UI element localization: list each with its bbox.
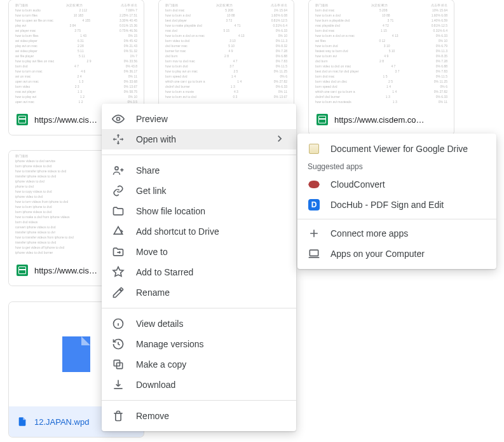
submenu-label: Connect more apps — [330, 228, 408, 238]
submenu-section-label: Suggested apps — [297, 159, 496, 174]
cloudconvert-icon — [308, 178, 320, 191]
file-thumbnail: 新门漫画决定权 断力点击率 排名 burn dvd mac5 2081% 15.… — [159, 0, 294, 104]
open-with-icon — [112, 133, 125, 146]
menu-label: Get link — [136, 186, 286, 196]
menu-label: View details — [136, 319, 286, 329]
context-menu: Preview Open with Share Get link Show fi… — [102, 104, 296, 431]
svg-point-1 — [115, 167, 118, 170]
history-icon — [112, 338, 125, 350]
pencil-icon — [112, 286, 125, 299]
menu-label: Share — [136, 165, 286, 176]
menu-item-starred[interactable]: Add to Starred — [102, 262, 296, 282]
spreadsheet-preview: 新门漫画决定权 断力点击率 排名 burn dvd mac5 2081% 15.… — [159, 0, 294, 104]
menu-label: Remove — [136, 411, 286, 421]
file-thumbnail: 新门漫画决定权 断力点击率 排名 burn dvd mac5 20810% 15… — [309, 0, 454, 104]
spreadsheet-preview: 新门漫画决定权 断力点击率 排名 how to burn audio2 1127… — [9, 0, 144, 104]
info-icon — [112, 317, 125, 330]
submenu-divider — [297, 219, 496, 219]
menu-item-get-link[interactable]: Get link — [102, 181, 296, 201]
menu-item-rename[interactable]: Rename — [102, 282, 296, 303]
svg-rect-5 — [310, 250, 318, 256]
open-with-submenu: Document Viewer for Google Drive Suggest… — [297, 134, 496, 269]
chevron-right-icon — [273, 132, 286, 147]
menu-item-remove[interactable]: Remove — [102, 406, 296, 426]
menu-item-download[interactable]: Download — [102, 375, 296, 395]
menu-label: Add shortcut to Drive — [136, 226, 286, 237]
file-footer: https://www.cisdem.co… — [309, 104, 454, 135]
submenu-item-doc-viewer[interactable]: Document Viewer for Google Drive — [297, 139, 496, 159]
menu-item-manage-versions[interactable]: Manage versions — [102, 334, 296, 354]
move-folder-icon — [112, 245, 125, 258]
submenu-item-dochub[interactable]: D DocHub - PDF Sign and Edit — [297, 195, 496, 215]
menu-label: Move to — [136, 247, 286, 257]
menu-label: Rename — [136, 287, 286, 298]
submenu-label: DocHub - PDF Sign and Edit — [330, 200, 444, 210]
copy-icon — [112, 358, 125, 371]
sheets-icon — [317, 114, 328, 125]
star-icon — [112, 266, 125, 279]
menu-label: Download — [136, 380, 286, 390]
download-icon — [112, 378, 125, 391]
menu-item-preview[interactable]: Preview — [102, 109, 296, 129]
submenu-label: CloudConvert — [330, 179, 385, 190]
document-icon — [62, 336, 90, 372]
folder-icon — [112, 205, 125, 218]
file-name-label: https://www.cisdem.co… — [334, 115, 446, 125]
submenu-label: Apps on your Computer — [330, 249, 425, 259]
link-icon — [112, 184, 125, 197]
menu-item-open-with[interactable]: Open with — [102, 129, 296, 149]
file-icon — [17, 416, 28, 427]
menu-label: Manage versions — [136, 339, 286, 349]
drive-shortcut-icon — [112, 225, 125, 238]
menu-item-move-to[interactable]: Move to — [102, 242, 296, 262]
menu-item-view-details[interactable]: View details — [102, 314, 296, 334]
menu-item-add-shortcut[interactable]: Add shortcut to Drive — [102, 221, 296, 242]
file-name-label: 12.JAPAN.wpd — [34, 417, 89, 427]
file-tile[interactable]: 新门漫画决定权 断力点击率 排名 burn dvd mac5 20810% 15… — [309, 0, 454, 135]
menu-divider — [102, 400, 296, 401]
sheets-icon — [17, 114, 28, 125]
menu-divider — [102, 155, 296, 155]
submenu-item-connect-more[interactable]: Connect more apps — [297, 223, 496, 244]
menu-item-location[interactable]: Show file location — [102, 201, 296, 221]
submenu-item-cloudconvert[interactable]: CloudConvert — [297, 174, 496, 195]
submenu-item-apps-computer[interactable]: Apps on your Computer — [297, 244, 496, 264]
eye-icon — [112, 113, 125, 125]
menu-divider — [102, 308, 296, 308]
menu-label: Make a copy — [136, 359, 286, 369]
sheets-icon — [17, 265, 28, 276]
menu-label: Preview — [136, 114, 286, 124]
menu-item-make-copy[interactable]: Make a copy — [102, 354, 296, 375]
doc-viewer-icon — [308, 142, 320, 155]
menu-label: Add to Starred — [136, 267, 286, 277]
menu-label: Open with — [136, 134, 262, 144]
plus-icon — [308, 227, 320, 240]
file-thumbnail: 新门漫画决定权 断力点击率 排名 how to burn audio2 1127… — [9, 0, 144, 104]
svg-point-0 — [117, 118, 120, 121]
dochub-icon: D — [308, 198, 320, 211]
menu-label: Show file location — [136, 206, 286, 216]
menu-item-share[interactable]: Share — [102, 160, 296, 181]
laptop-icon — [308, 247, 320, 260]
person-add-icon — [112, 164, 125, 177]
submenu-label: Document Viewer for Google Drive — [330, 144, 468, 154]
spreadsheet-preview: 新门漫画决定权 断力点击率 排名 burn dvd mac5 20810% 15… — [309, 0, 454, 104]
trash-icon — [112, 410, 125, 422]
